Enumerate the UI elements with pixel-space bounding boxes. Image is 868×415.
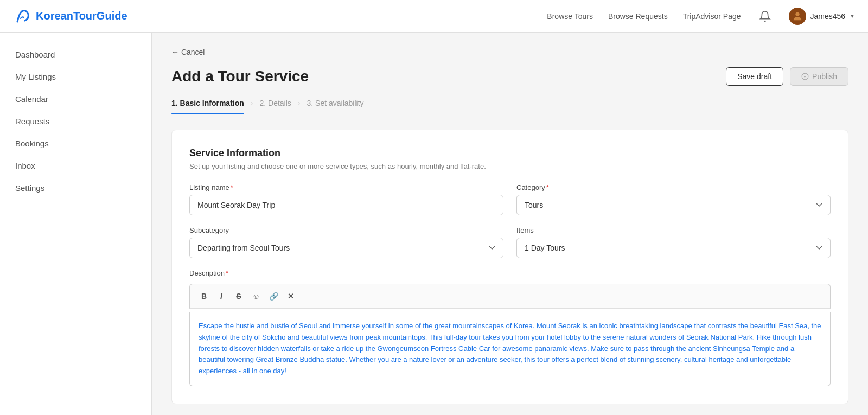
category-select[interactable]: Tours Transportation Translation	[516, 195, 831, 215]
sidebar-item-inbox[interactable]: Inbox	[0, 155, 151, 177]
sidebar-item-bookings[interactable]: Bookings	[0, 132, 151, 155]
top-navigation: KoreanTourGuide Browse Tours Browse Requ…	[0, 0, 868, 33]
subcategory-label: Subcategory	[189, 226, 503, 234]
svg-point-0	[795, 12, 799, 16]
subcategory-select[interactable]: Departing from Seoul Tours Local City To…	[189, 238, 503, 258]
sidebar: Dashboard My Listings Calendar Requests …	[0, 33, 152, 415]
header-actions: Save draft Publish	[726, 67, 848, 86]
description-label: Description*	[189, 269, 831, 277]
steps-nav: 1. Basic Information › 2. Details › 3. S…	[171, 99, 848, 114]
italic-button[interactable]: I	[214, 289, 229, 304]
description-group: Description* B I S ☺ 🔗 ✕ Escape the hust…	[189, 269, 831, 386]
sidebar-item-settings[interactable]: Settings	[0, 177, 151, 199]
main-content: ← Cancel Add a Tour Service Save draft P…	[152, 33, 868, 415]
required-star-name: *	[231, 183, 233, 191]
notifications-icon[interactable]	[756, 8, 774, 25]
step-basic-info[interactable]: 1. Basic Information	[171, 99, 244, 114]
save-draft-button[interactable]: Save draft	[726, 67, 783, 86]
description-text: Escape the hustle and bustle of Seoul an…	[199, 322, 821, 375]
nav-right: Browse Tours Browse Requests TripAdvisor…	[547, 8, 855, 25]
page-header: Add a Tour Service Save draft Publish	[171, 67, 848, 86]
link-button[interactable]: 🔗	[266, 289, 281, 304]
required-star-desc: *	[226, 269, 228, 277]
subcategory-group: Subcategory Departing from Seoul Tours L…	[189, 226, 503, 258]
category-group: Category* Tours Transportation Translati…	[516, 183, 831, 215]
publish-check-icon	[801, 73, 809, 80]
service-info-subtitle: Set up your listing and choose one or mo…	[189, 162, 831, 170]
sidebar-item-requests[interactable]: Requests	[0, 110, 151, 132]
user-chevron-icon: ▼	[850, 13, 855, 19]
listing-name-input[interactable]	[189, 195, 503, 215]
required-star-cat: *	[546, 183, 549, 191]
strikethrough-button[interactable]: S	[231, 289, 246, 304]
browse-tours-link[interactable]: Browse Tours	[547, 12, 593, 21]
service-info-card: Service Information Set up your listing …	[171, 130, 848, 404]
cancel-label: ← Cancel	[171, 48, 205, 56]
sidebar-item-calendar[interactable]: Calendar	[0, 88, 151, 110]
category-label: Category*	[516, 183, 831, 191]
logo[interactable]: KoreanTourGuide	[13, 7, 127, 26]
step-availability[interactable]: 3. Set availability	[307, 99, 364, 114]
page-title: Add a Tour Service	[171, 68, 309, 85]
form-row-2: Subcategory Departing from Seoul Tours L…	[189, 226, 831, 258]
service-info-title: Service Information	[189, 148, 831, 159]
logo-text: KoreanTourGuide	[36, 10, 127, 22]
bold-button[interactable]: B	[196, 289, 212, 304]
step-chevron-1: ›	[251, 99, 253, 114]
sidebar-item-my-listings[interactable]: My Listings	[0, 66, 151, 88]
emoji-button[interactable]: ☺	[248, 289, 264, 304]
description-editor[interactable]: Escape the hustle and bustle of Seoul an…	[189, 312, 831, 386]
avatar	[789, 8, 806, 25]
form-row-1: Listing name* Category* Tours Transporta…	[189, 183, 831, 215]
tripadvisor-link[interactable]: TripAdvisor Page	[683, 12, 741, 21]
listing-name-label: Listing name*	[189, 183, 503, 191]
items-group: Items 1 Day Tours Half Day Tours Multi-D…	[516, 226, 831, 258]
sidebar-item-dashboard[interactable]: Dashboard	[0, 43, 151, 66]
step-chevron-2: ›	[298, 99, 301, 114]
editor-toolbar: B I S ☺ 🔗 ✕	[189, 284, 831, 309]
cancel-link[interactable]: ← Cancel	[171, 48, 205, 56]
listing-name-group: Listing name*	[189, 183, 503, 215]
username: James456	[810, 12, 846, 21]
items-select[interactable]: 1 Day Tours Half Day Tours Multi-Day Tou…	[516, 238, 831, 258]
clear-button[interactable]: ✕	[283, 289, 298, 304]
step-details[interactable]: 2. Details	[259, 99, 291, 114]
publish-button[interactable]: Publish	[790, 67, 848, 86]
user-menu[interactable]: James456 ▼	[789, 8, 856, 25]
browse-requests-link[interactable]: Browse Requests	[608, 12, 668, 21]
items-label: Items	[516, 226, 831, 234]
